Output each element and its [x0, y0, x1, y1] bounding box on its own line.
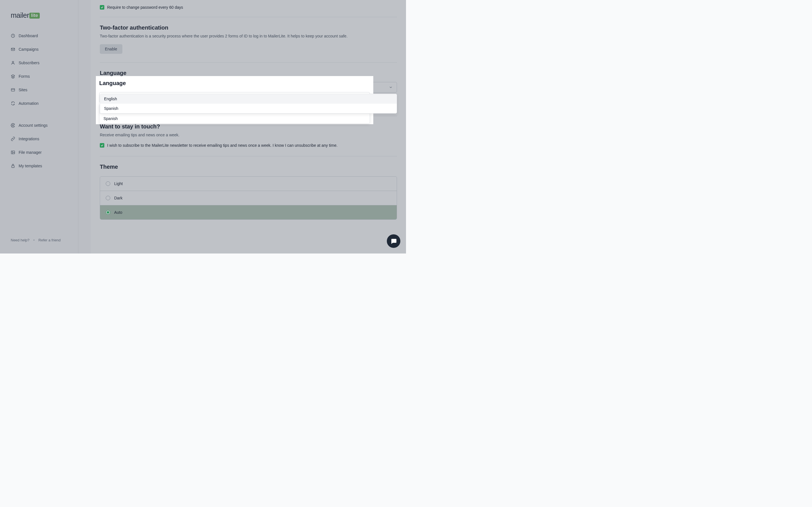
sidebar-item-campaigns[interactable]: Campaigns: [6, 43, 72, 56]
section-password: Require to change password every 60 days: [100, 0, 397, 17]
sidebar-item-label: Forms: [18, 74, 30, 78]
language-title: Language: [100, 70, 397, 76]
window-icon: [11, 88, 15, 92]
gear-icon: [11, 123, 15, 128]
radio-label: Light: [114, 181, 123, 186]
checkbox-checked-icon: [100, 143, 104, 148]
sidebar-item-label: Integrations: [18, 136, 39, 141]
sidebar-item-label: My templates: [18, 164, 42, 168]
user-icon: [11, 61, 15, 65]
sidebar-item-automation[interactable]: Automation: [6, 97, 72, 110]
chat-bubble[interactable]: [387, 234, 400, 248]
sidebar-item-forms[interactable]: Forms: [6, 69, 72, 83]
theme-option-auto[interactable]: Auto: [100, 205, 397, 219]
theme-option-light[interactable]: Light: [100, 177, 397, 191]
sidebar: mailerlite Dashboard Campaigns Subscribe…: [0, 0, 79, 253]
svg-point-5: [12, 125, 13, 126]
checkbox-newsletter[interactable]: I wish to subscribe to the MailerLite ne…: [100, 143, 397, 148]
language-dropdown: English Spanish: [100, 94, 397, 114]
sidebar-item-my-templates[interactable]: My templates: [6, 159, 72, 173]
twofa-title: Two-factor authentication: [100, 24, 397, 31]
sidebar-item-integrations[interactable]: Integrations: [6, 132, 72, 146]
mail-icon: [11, 47, 15, 52]
svg-point-2: [12, 61, 13, 63]
svg-rect-1: [11, 48, 15, 51]
sidebar-item-label: Sites: [18, 88, 28, 92]
sidebar-item-label: File manager: [18, 150, 42, 155]
theme-radio-group: Light Dark Auto: [100, 176, 397, 220]
image-icon: [11, 150, 15, 155]
content: Require to change password every 60 days…: [91, 0, 406, 253]
checkbox-password-change[interactable]: Require to change password every 60 days: [100, 5, 397, 10]
svg-rect-8: [11, 166, 14, 168]
sidebar-item-label: Dashboard: [18, 34, 38, 38]
sidebar-item-sites[interactable]: Sites: [6, 83, 72, 97]
sidebar-item-label: Account settings: [18, 123, 48, 128]
logo[interactable]: mailerlite: [0, 7, 78, 27]
clock-icon: [11, 34, 15, 38]
sidebar-item-dashboard[interactable]: Dashboard: [6, 29, 72, 43]
touch-desc: Receive emailing tips and news once a we…: [100, 132, 397, 138]
sidebar-item-file-manager[interactable]: File manager: [6, 146, 72, 159]
radio-label: Dark: [114, 196, 123, 200]
radio-checked-icon: [106, 210, 110, 215]
sidebar-item-account-settings[interactable]: Account settings: [6, 119, 72, 132]
dot-separator: •: [33, 238, 35, 242]
logo-badge: lite: [29, 13, 40, 18]
need-help-link[interactable]: Need help?: [11, 238, 30, 242]
language-option-spanish-spot[interactable]: Spanish: [100, 114, 370, 123]
sidebar-item-label: Subscribers: [18, 61, 40, 65]
svg-rect-3: [11, 89, 15, 91]
touch-title: Want to stay in touch?: [100, 123, 397, 130]
language-option-spanish[interactable]: Spanish: [100, 104, 397, 113]
checkbox-checked-icon: [100, 5, 104, 10]
chevron-down-icon: [389, 86, 393, 89]
section-twofa: Two-factor authentication Two-factor aut…: [100, 17, 397, 62]
checkbox-label: I wish to subscribe to the MailerLite ne…: [107, 143, 338, 148]
logo-text: mailer: [11, 11, 29, 19]
enable-button[interactable]: Enable: [100, 44, 122, 54]
sidebar-item-label: Campaigns: [18, 47, 39, 52]
language-option-english[interactable]: English: [100, 94, 397, 104]
svg-point-7: [12, 152, 13, 152]
layers-icon: [11, 74, 15, 78]
theme-option-dark[interactable]: Dark: [100, 191, 397, 205]
link-icon: [11, 136, 15, 141]
lock-icon: [11, 164, 15, 168]
radio-label: Auto: [114, 210, 122, 215]
chat-icon: [390, 238, 397, 244]
radio-icon: [106, 181, 110, 186]
nav: Dashboard Campaigns Subscribers Forms Si…: [0, 27, 78, 233]
refer-friend-link[interactable]: Refer a friend: [38, 238, 61, 242]
section-theme: Theme Light Dark Auto: [100, 156, 397, 228]
sidebar-item-label: Automation: [18, 101, 39, 106]
refresh-icon: [11, 101, 15, 106]
content-wrap: Require to change password every 60 days…: [79, 0, 406, 253]
sidebar-footer: Need help? • Refer a friend: [0, 233, 78, 247]
sidebar-item-subscribers[interactable]: Subscribers: [6, 56, 72, 69]
theme-title: Theme: [100, 164, 397, 170]
twofa-desc: Two-factor authentication is a security …: [100, 33, 397, 39]
radio-icon: [106, 196, 110, 200]
language-title-spot: Language: [99, 80, 370, 87]
checkbox-label: Require to change password every 60 days: [107, 5, 183, 10]
